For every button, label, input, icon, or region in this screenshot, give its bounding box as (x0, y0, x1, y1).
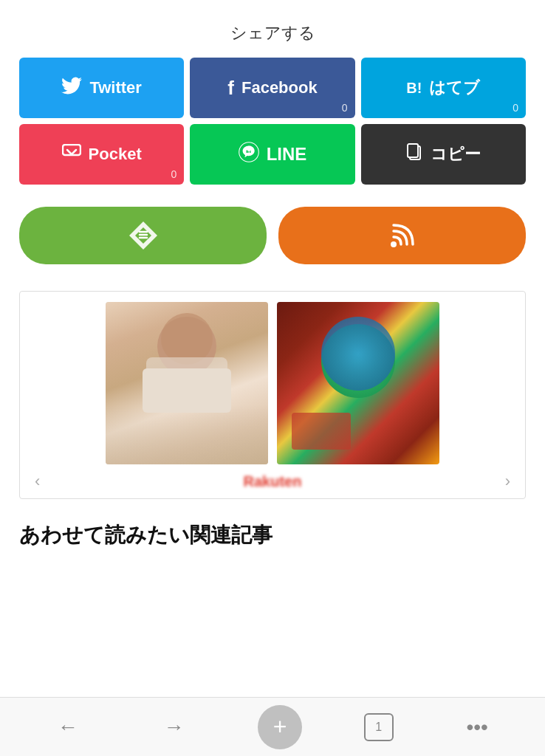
carousel-inner (27, 302, 518, 464)
copy-label: コピー (431, 143, 481, 165)
tabs-count-button[interactable]: 1 (364, 713, 394, 741)
hatena-label: はてブ (429, 77, 480, 99)
facebook-share-button[interactable]: f Facebook 0 (190, 58, 354, 118)
svg-rect-3 (408, 144, 418, 157)
more-button[interactable]: ••• (455, 705, 499, 749)
carousel-prev[interactable]: ‹ (35, 472, 40, 491)
thumbnail-person (106, 302, 268, 464)
carousel-area: ‹ Rakuten › (19, 291, 526, 499)
pocket-label: Pocket (89, 145, 142, 164)
carousel-next[interactable]: › (505, 472, 510, 491)
back-button[interactable]: ← (46, 705, 90, 749)
carousel-item-2[interactable] (277, 302, 439, 464)
related-articles-title: あわせて読みたい関連記事 (19, 521, 526, 549)
add-button[interactable]: + (258, 705, 302, 749)
share-title: シェアする (19, 22, 526, 44)
feedly-icon (126, 219, 160, 252)
hatena-share-button[interactable]: B! はてブ 0 (361, 58, 526, 118)
twitter-label: Twitter (89, 78, 141, 97)
carousel-caption: Rakuten (40, 473, 504, 490)
share-grid: Twitter f Facebook 0 B! はてブ 0 Pocket 0 (19, 58, 526, 185)
line-label: LINE (267, 144, 307, 165)
feedly-rss-row (19, 207, 526, 264)
copy-button[interactable]: コピー (361, 124, 526, 185)
copy-icon (405, 142, 423, 166)
pocket-share-button[interactable]: Pocket 0 (19, 124, 184, 185)
feedly-button[interactable] (19, 207, 267, 264)
facebook-icon: f (227, 77, 234, 100)
thumbnail-food (277, 302, 439, 464)
bottom-nav-bar: ← → + 1 ••• (0, 697, 545, 756)
facebook-count: 0 (342, 102, 348, 114)
carousel-item-1[interactable] (106, 302, 268, 464)
rss-button[interactable] (278, 207, 526, 264)
line-icon (239, 142, 259, 167)
hatena-count: 0 (513, 102, 518, 114)
twitter-icon (61, 77, 82, 100)
carousel-nav: ‹ Rakuten › (27, 472, 518, 491)
pocket-count: 0 (171, 168, 177, 180)
twitter-share-button[interactable]: Twitter (19, 58, 184, 118)
svg-point-6 (391, 241, 397, 247)
rss-icon (388, 221, 417, 250)
hatena-prefix: B! (406, 80, 422, 97)
pocket-icon (62, 144, 81, 165)
forward-button[interactable]: → (151, 705, 196, 749)
line-share-button[interactable]: LINE (190, 124, 354, 185)
facebook-label: Facebook (241, 78, 318, 97)
